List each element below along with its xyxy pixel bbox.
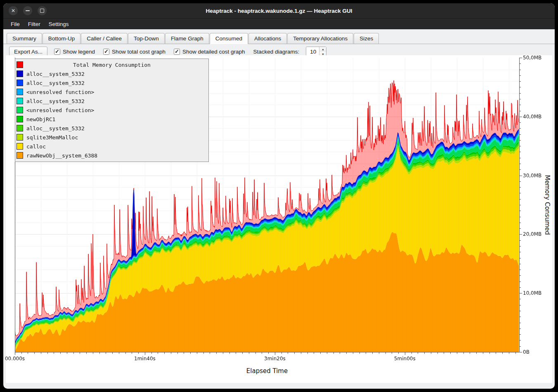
legend-item: calloc <box>15 142 208 151</box>
checkbox-label: Show total cost graph <box>112 49 166 55</box>
tab-summary[interactable]: Summary <box>7 33 42 44</box>
legend-item: <unresolved function> <box>15 87 208 96</box>
tab-consumed[interactable]: Consumed <box>210 33 248 44</box>
legend-label: newObjRC1 <box>26 116 55 122</box>
menu-item-file[interactable]: File <box>7 19 24 29</box>
legend-swatch <box>17 152 23 159</box>
legend-swatch <box>17 134 23 141</box>
menu-item-filter[interactable]: Filter <box>24 19 45 29</box>
legend-title-row: Total Memory Consumption <box>15 60 208 69</box>
stacked-diagrams-label: Stacked diagrams: <box>253 49 300 55</box>
spinbox-up-button[interactable]: ▲ <box>319 47 326 52</box>
x-axis-tick-label: 00.000s <box>5 356 25 361</box>
menu-item-settings[interactable]: Settings <box>45 19 73 29</box>
legend-item: alloc__system_5332 <box>15 78 208 87</box>
checkbox-box[interactable]: ✓ <box>54 49 60 55</box>
x-axis-title: Elapsed Time <box>246 367 288 375</box>
legend-item: alloc__system_5332 <box>15 69 208 78</box>
y-axis-tick-label: 10,0MB <box>523 290 541 296</box>
checkbox-label: Show detailed cost graph <box>182 49 245 55</box>
legend-item: alloc__system_5332 <box>15 96 208 106</box>
legend-swatch <box>17 98 23 104</box>
legend-label: sqlite3MemMalloc <box>26 134 78 141</box>
checkbox-box[interactable]: ✓ <box>103 49 109 55</box>
legend-item: newObjRC1 <box>15 115 208 124</box>
window-title: Heaptrack - heaptrack.wakunode.1.gz — He… <box>206 8 352 14</box>
legend-label: alloc__system_5332 <box>26 71 85 77</box>
legend-label: rawNewObj__system_6388 <box>26 153 97 159</box>
legend-item: rawNewObj__system_6388 <box>15 151 208 160</box>
legend-label: alloc__system_5332 <box>26 125 85 131</box>
y-axis-tick-label: 30,0MB <box>523 173 541 178</box>
legend-label: calloc <box>26 143 46 150</box>
legend-label: <unresolved function> <box>26 107 94 113</box>
legend-swatch <box>17 125 23 131</box>
maximize-icon <box>40 9 44 13</box>
tab-temporary-allocations[interactable]: Temporary Allocations <box>287 33 353 44</box>
checkbox-group: ✓Show legend✓Show total cost graph✓Show … <box>54 49 245 55</box>
legend-label: <unresolved function> <box>26 89 94 95</box>
maximize-button[interactable] <box>38 6 47 15</box>
x-axis-tick-label: 3min20s <box>264 356 286 361</box>
legend-swatch <box>17 70 23 77</box>
legend-label: alloc__system_5332 <box>26 80 85 86</box>
tab-sizes[interactable]: Sizes <box>354 33 379 44</box>
y-axis-tick-label: 20,0MB <box>523 231 541 237</box>
legend-label: alloc__system_5332 <box>26 98 85 104</box>
close-button[interactable]: ✕ <box>9 6 18 15</box>
minimize-button[interactable] <box>23 6 32 15</box>
chart-panel: Elapsed Time Memory Consumed Total Memor… <box>6 55 552 383</box>
tab-bar: SummaryBottom-UpCaller / CalleeTop-DownF… <box>3 29 555 44</box>
legend-item: sqlite3MemMalloc <box>15 133 208 142</box>
legend-title: Total Memory Consumption <box>15 62 208 68</box>
spin-up-icon: ▲ <box>322 48 324 51</box>
legend-swatch <box>17 80 23 86</box>
checkbox-show-legend[interactable]: ✓Show legend <box>54 49 95 55</box>
checkbox-label: Show legend <box>63 49 95 55</box>
window-controls: ✕ <box>9 6 47 15</box>
legend-swatch <box>17 107 23 113</box>
app-window: ✕ Heaptrack - heaptrack.wakunode.1.gz — … <box>3 3 555 389</box>
checkbox-show-total-cost-graph[interactable]: ✓Show total cost graph <box>103 49 166 55</box>
close-icon: ✕ <box>11 8 15 13</box>
y-axis-title: Memory Consumed <box>544 175 551 235</box>
y-axis-tick-label: 50,0MB <box>523 55 541 61</box>
titlebar: ✕ Heaptrack - heaptrack.wakunode.1.gz — … <box>3 3 555 19</box>
x-axis-tick-label: 1min40s <box>134 356 156 361</box>
checkbox-show-detailed-cost-graph[interactable]: ✓Show detailed cost graph <box>174 49 245 55</box>
menu-bar: FileFilterSettings <box>3 19 555 29</box>
legend-swatch <box>17 116 23 122</box>
legend-swatch <box>17 143 23 150</box>
tab-bottom-up[interactable]: Bottom-Up <box>43 33 81 44</box>
tab-top-down[interactable]: Top-Down <box>128 33 165 44</box>
minimize-icon <box>26 10 30 11</box>
legend-items: alloc__system_5332alloc__system_5332<unr… <box>15 69 208 160</box>
x-axis-tick-label: 5min00s <box>394 356 416 361</box>
screen: ✕ Heaptrack - heaptrack.wakunode.1.gz — … <box>0 0 558 392</box>
tab-allocations[interactable]: Allocations <box>248 33 287 44</box>
y-axis-tick-label: 0B <box>523 349 530 355</box>
legend-item: <unresolved function> <box>15 106 208 115</box>
y-axis-tick-label: 40,0MB <box>523 114 541 120</box>
chart-legend: Total Memory Consumption alloc__system_5… <box>15 59 209 162</box>
legend-item: alloc__system_5332 <box>15 124 208 133</box>
tab-caller-callee[interactable]: Caller / Callee <box>81 33 128 44</box>
checkbox-box[interactable]: ✓ <box>174 49 180 55</box>
legend-swatch <box>17 89 23 95</box>
tab-flame-graph[interactable]: Flame Graph <box>165 33 209 44</box>
